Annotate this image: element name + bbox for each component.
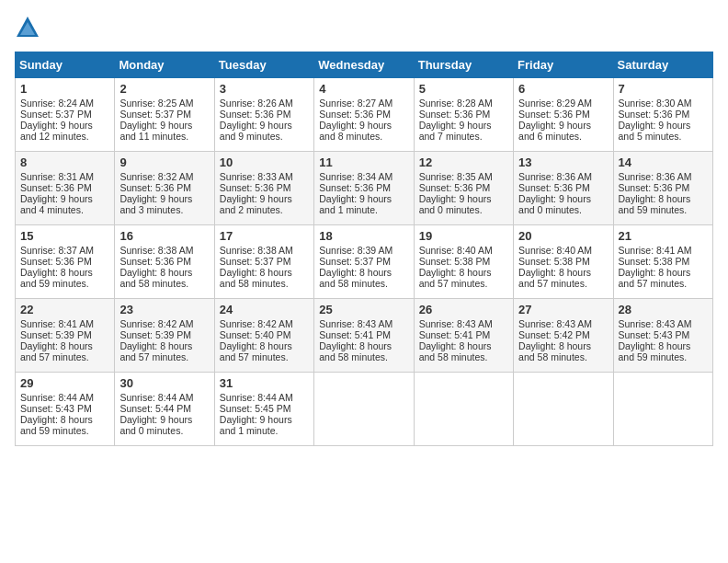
daylight-text: Daylight: 9 hours and 7 minutes. — [419, 120, 492, 142]
col-friday: Friday — [514, 52, 613, 78]
sunrise-text: Sunrise: 8:30 AM — [619, 98, 692, 109]
table-row: 19Sunrise: 8:40 AMSunset: 5:38 PMDayligh… — [414, 225, 513, 299]
sunrise-text: Sunrise: 8:44 AM — [20, 392, 94, 403]
day-number: 9 — [119, 155, 209, 169]
sunrise-text: Sunrise: 8:41 AM — [619, 245, 692, 256]
logo-icon — [15, 15, 40, 40]
day-number: 21 — [619, 229, 708, 243]
table-row: 27Sunrise: 8:43 AMSunset: 5:42 PMDayligh… — [514, 299, 613, 373]
table-row: 6Sunrise: 8:29 AMSunset: 5:36 PMDaylight… — [514, 78, 613, 152]
daylight-text: Daylight: 8 hours and 58 minutes. — [319, 340, 392, 362]
day-number: 30 — [119, 376, 209, 390]
daylight-text: Daylight: 9 hours and 9 minutes. — [220, 120, 292, 142]
table-row: 21Sunrise: 8:41 AMSunset: 5:38 PMDayligh… — [613, 225, 712, 299]
col-tuesday: Tuesday — [214, 52, 313, 78]
calendar-header-row: Sunday Monday Tuesday Wednesday Thursday… — [16, 52, 713, 78]
daylight-text: Daylight: 9 hours and 1 minute. — [319, 193, 392, 215]
sunset-text: Sunset: 5:37 PM — [119, 109, 191, 120]
day-number: 4 — [319, 82, 408, 96]
daylight-text: Daylight: 9 hours and 12 minutes. — [20, 120, 93, 142]
sunset-text: Sunset: 5:37 PM — [319, 256, 391, 267]
calendar-week-row: 22Sunrise: 8:41 AMSunset: 5:39 PMDayligh… — [16, 299, 713, 373]
sunrise-text: Sunrise: 8:27 AM — [319, 98, 392, 109]
day-number: 28 — [619, 303, 708, 316]
day-number: 7 — [619, 82, 708, 96]
sunrise-text: Sunrise: 8:44 AM — [220, 392, 293, 403]
day-number: 3 — [220, 82, 309, 96]
header — [15, 15, 713, 40]
day-number: 8 — [20, 155, 109, 169]
sunset-text: Sunset: 5:45 PM — [220, 403, 291, 414]
sunrise-text: Sunrise: 8:43 AM — [518, 318, 592, 329]
daylight-text: Daylight: 9 hours and 3 minutes. — [119, 193, 192, 215]
sunset-text: Sunset: 5:36 PM — [220, 109, 291, 120]
calendar-week-row: 15Sunrise: 8:37 AMSunset: 5:36 PMDayligh… — [16, 225, 713, 299]
day-number: 5 — [419, 82, 508, 96]
table-row: 3Sunrise: 8:26 AMSunset: 5:36 PMDaylight… — [214, 78, 313, 152]
daylight-text: Daylight: 9 hours and 0 minutes. — [518, 193, 591, 215]
sunset-text: Sunset: 5:44 PM — [119, 403, 191, 414]
daylight-text: Daylight: 8 hours and 57 minutes. — [619, 267, 691, 289]
sunset-text: Sunset: 5:39 PM — [119, 329, 191, 340]
col-sunday: Sunday — [16, 52, 115, 78]
sunrise-text: Sunrise: 8:39 AM — [319, 245, 392, 256]
table-row: 1Sunrise: 8:24 AMSunset: 5:37 PMDaylight… — [16, 78, 115, 152]
day-number: 19 — [419, 229, 508, 243]
day-number: 12 — [419, 155, 508, 169]
day-number: 17 — [220, 229, 309, 243]
sunset-text: Sunset: 5:36 PM — [619, 182, 690, 193]
sunrise-text: Sunrise: 8:26 AM — [220, 98, 293, 109]
sunrise-text: Sunrise: 8:32 AM — [119, 171, 193, 182]
col-thursday: Thursday — [414, 52, 513, 78]
table-row: 17Sunrise: 8:38 AMSunset: 5:37 PMDayligh… — [214, 225, 313, 299]
sunrise-text: Sunrise: 8:43 AM — [419, 318, 493, 329]
sunrise-text: Sunrise: 8:43 AM — [619, 318, 692, 329]
day-number: 22 — [20, 303, 109, 316]
sunset-text: Sunset: 5:36 PM — [619, 109, 690, 120]
sunset-text: Sunset: 5:36 PM — [419, 182, 491, 193]
table-row: 10Sunrise: 8:33 AMSunset: 5:36 PMDayligh… — [214, 152, 313, 225]
table-row: 28Sunrise: 8:43 AMSunset: 5:43 PMDayligh… — [613, 299, 712, 373]
table-row: 15Sunrise: 8:37 AMSunset: 5:36 PMDayligh… — [16, 225, 115, 299]
day-number: 2 — [119, 82, 209, 96]
table-row — [314, 373, 414, 446]
table-row: 12Sunrise: 8:35 AMSunset: 5:36 PMDayligh… — [414, 152, 513, 225]
table-row: 16Sunrise: 8:38 AMSunset: 5:36 PMDayligh… — [115, 225, 214, 299]
sunset-text: Sunset: 5:41 PM — [419, 329, 491, 340]
daylight-text: Daylight: 8 hours and 58 minutes. — [319, 267, 392, 289]
day-number: 14 — [619, 155, 708, 169]
sunrise-text: Sunrise: 8:24 AM — [20, 98, 94, 109]
sunset-text: Sunset: 5:36 PM — [20, 182, 92, 193]
sunrise-text: Sunrise: 8:41 AM — [20, 318, 94, 329]
day-number: 25 — [319, 303, 408, 316]
sunset-text: Sunset: 5:41 PM — [319, 329, 391, 340]
day-number: 18 — [319, 229, 408, 243]
sunset-text: Sunset: 5:36 PM — [20, 256, 92, 267]
sunrise-text: Sunrise: 8:38 AM — [220, 245, 293, 256]
day-number: 10 — [220, 155, 309, 169]
daylight-text: Daylight: 9 hours and 0 minutes. — [119, 414, 192, 436]
sunset-text: Sunset: 5:36 PM — [119, 256, 191, 267]
day-number: 24 — [220, 303, 309, 316]
table-row: 13Sunrise: 8:36 AMSunset: 5:36 PMDayligh… — [514, 152, 613, 225]
sunrise-text: Sunrise: 8:40 AM — [419, 245, 493, 256]
sunrise-text: Sunrise: 8:42 AM — [119, 318, 193, 329]
sunset-text: Sunset: 5:40 PM — [220, 329, 291, 340]
sunrise-text: Sunrise: 8:43 AM — [319, 318, 392, 329]
table-row: 31Sunrise: 8:44 AMSunset: 5:45 PMDayligh… — [214, 373, 313, 446]
sunset-text: Sunset: 5:36 PM — [319, 109, 391, 120]
day-number: 27 — [518, 303, 608, 316]
daylight-text: Daylight: 8 hours and 57 minutes. — [220, 340, 292, 362]
daylight-text: Daylight: 8 hours and 57 minutes. — [119, 340, 192, 362]
daylight-text: Daylight: 9 hours and 4 minutes. — [20, 193, 93, 215]
table-row: 2Sunrise: 8:25 AMSunset: 5:37 PMDaylight… — [115, 78, 214, 152]
table-row: 8Sunrise: 8:31 AMSunset: 5:36 PMDaylight… — [16, 152, 115, 225]
daylight-text: Daylight: 9 hours and 5 minutes. — [619, 120, 691, 142]
table-row: 22Sunrise: 8:41 AMSunset: 5:39 PMDayligh… — [16, 299, 115, 373]
table-row: 18Sunrise: 8:39 AMSunset: 5:37 PMDayligh… — [314, 225, 414, 299]
day-number: 11 — [319, 155, 408, 169]
col-saturday: Saturday — [613, 52, 712, 78]
daylight-text: Daylight: 8 hours and 58 minutes. — [419, 340, 492, 362]
sunrise-text: Sunrise: 8:33 AM — [220, 171, 293, 182]
sunset-text: Sunset: 5:43 PM — [619, 329, 690, 340]
